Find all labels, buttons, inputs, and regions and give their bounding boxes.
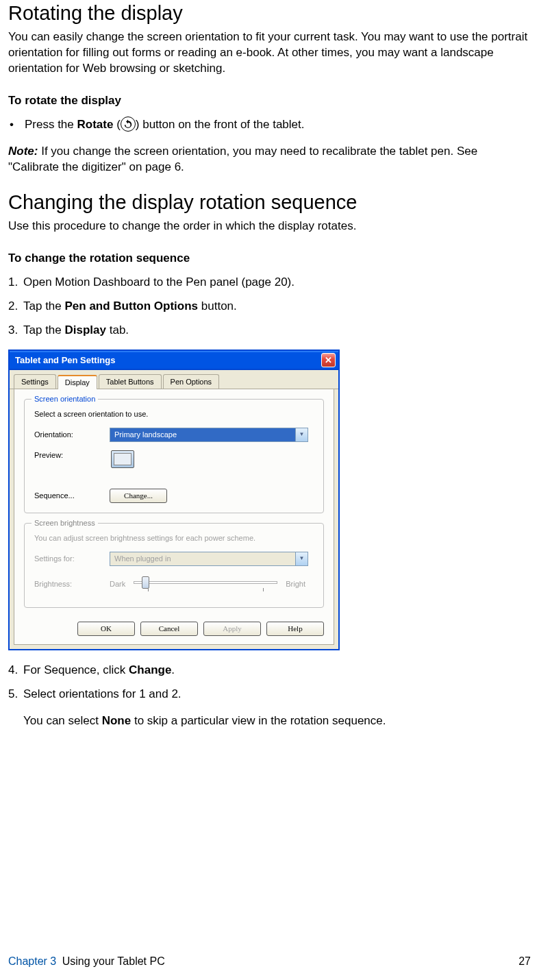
footer-page-number: 27 (518, 954, 531, 969)
step-2-bold: Pen and Button Options (65, 299, 199, 313)
row-brightness: Brightness: Dark Bright (34, 574, 314, 595)
step-3-text-a: Tap the (23, 323, 65, 336)
dialog-titlebar: Tablet and Pen Settings ✕ (10, 351, 338, 370)
brightness-dark-label: Dark (110, 579, 125, 589)
step-4: For Sequence, click Change. (8, 663, 531, 678)
groupbox-screen-brightness: Screen brightness You can adjust screen … (24, 523, 324, 608)
heading-changing-sequence: Changing the display rotation sequence (8, 189, 531, 216)
steps-list-1: Open Motion Dashboard to the Pen panel (… (8, 275, 531, 339)
page-footer: Chapter 3 Using your Tablet PC 27 (8, 954, 531, 969)
step-4-text-a: For Sequence, click (23, 663, 129, 676)
row-preview: Preview: (34, 450, 314, 468)
groupbox-screen-orientation: Screen orientation Select a screen orien… (24, 399, 324, 513)
close-button[interactable]: ✕ (321, 353, 336, 367)
tab-strip: Settings Display Tablet Buttons Pen Opti… (10, 370, 338, 390)
rotate-icon (121, 117, 136, 132)
step-4-bold: Change (129, 663, 171, 676)
step-5: Select orientations for 1 and 2. (8, 687, 531, 702)
tab-settings[interactable]: Settings (14, 374, 56, 389)
orientation-dropdown[interactable]: Primary landscape ▼ (110, 428, 308, 442)
row-settings-for: Settings for: When plugged in ▼ (34, 552, 314, 566)
slider-tick (148, 588, 149, 591)
tab-panel-display: Screen orientation Select a screen orien… (14, 389, 334, 644)
bullet-marker: • (10, 117, 14, 133)
bullet-rotate-instruction: • Press the Rotate () button on the fron… (8, 117, 531, 133)
preview-label: Preview: (34, 450, 110, 461)
step-4-text-b: . (171, 663, 175, 676)
dialog-button-row: OK Cancel Apply Help (24, 617, 324, 637)
apply-button: Apply (203, 622, 261, 636)
bullet-text-b: ( (113, 118, 120, 131)
slider-track-line (134, 581, 277, 584)
cancel-button[interactable]: Cancel (140, 622, 198, 636)
tab-tablet-buttons[interactable]: Tablet Buttons (99, 374, 162, 389)
row-sequence: Sequence... Change... (34, 489, 314, 503)
after-steps-bold: None (102, 714, 131, 727)
subheading-to-rotate: To rotate the display (8, 93, 531, 109)
note-paragraph: Note: If you change the screen orientati… (8, 144, 531, 175)
close-icon: ✕ (325, 354, 332, 367)
chevron-down-icon: ▼ (295, 552, 308, 565)
step-1-text: Open Motion Dashboard to the Pen panel (… (23, 275, 294, 289)
note-text: If you change the screen orientation, yo… (8, 145, 477, 173)
settings-for-dropdown: When plugged in ▼ (110, 552, 308, 566)
tab-pen-options[interactable]: Pen Options (163, 374, 220, 389)
step-2: Tap the Pen and Button Options button. (8, 299, 531, 315)
sequence-label: Sequence... (34, 491, 110, 501)
brightness-desc: You can adjust screen brightness setting… (34, 533, 314, 543)
intro-para-2: Use this procedure to change the order i… (8, 219, 531, 234)
after-steps-a: You can select (23, 714, 102, 727)
settings-for-value: When plugged in (110, 552, 295, 565)
groupbox-title-brightness: Screen brightness (32, 518, 98, 528)
help-button[interactable]: Help (266, 622, 324, 636)
row-orientation: Orientation: Primary landscape ▼ (34, 428, 314, 442)
intro-para-1: You can easily change the screen orienta… (8, 29, 531, 77)
after-steps-b: to skip a particular view in the rotatio… (131, 714, 386, 727)
after-steps-para: You can select None to skip a particular… (8, 713, 531, 729)
subheading-to-change: To change the rotation sequence (8, 251, 531, 267)
step-5-text: Select orientations for 1 and 2. (23, 687, 181, 700)
step-2-text-b: button. (198, 299, 237, 313)
steps-list-2: For Sequence, click Change. Select orien… (8, 663, 531, 702)
tab-display[interactable]: Display (58, 375, 97, 390)
settings-for-label: Settings for: (34, 554, 110, 564)
ok-button[interactable]: OK (77, 622, 135, 636)
step-2-text-a: Tap the (23, 299, 65, 313)
slider-thumb (142, 576, 149, 589)
step-3-text-b: tab. (106, 323, 129, 336)
brightness-slider (134, 574, 277, 595)
orientation-value: Primary landscape (110, 428, 295, 441)
bullet-text-bold: Rotate (77, 118, 114, 131)
dialog-tablet-pen-settings: Tablet and Pen Settings ✕ Settings Displ… (8, 350, 340, 650)
brightness-label: Brightness: (34, 579, 110, 589)
step-1: Open Motion Dashboard to the Pen panel (… (8, 275, 531, 291)
orientation-desc: Select a screen orientation to use. (34, 409, 314, 419)
step-3-bold: Display (65, 323, 106, 336)
slider-tick (263, 588, 264, 591)
footer-chapter-title: Using your Tablet PC (62, 955, 165, 967)
dialog-title: Tablet and Pen Settings (15, 354, 321, 367)
brightness-bright-label: Bright (286, 579, 305, 589)
step-3: Tap the Display tab. (8, 323, 531, 339)
orientation-label: Orientation: (34, 430, 110, 440)
groupbox-title-orientation: Screen orientation (32, 394, 98, 404)
bullet-text: Press the Rotate () button on the front … (25, 117, 305, 133)
bullet-text-c: ) button on the front of the tablet. (136, 118, 305, 131)
footer-chapter-num: Chapter 3 (8, 955, 56, 967)
bullet-text-a: Press the (25, 118, 77, 131)
change-button[interactable]: Change... (110, 489, 167, 503)
footer-chapter: Chapter 3 Using your Tablet PC (8, 954, 165, 969)
note-label: Note: (8, 145, 38, 158)
preview-thumbnail (111, 450, 134, 468)
chevron-down-icon: ▼ (295, 428, 308, 441)
heading-rotating-display: Rotating the display (8, 0, 531, 27)
